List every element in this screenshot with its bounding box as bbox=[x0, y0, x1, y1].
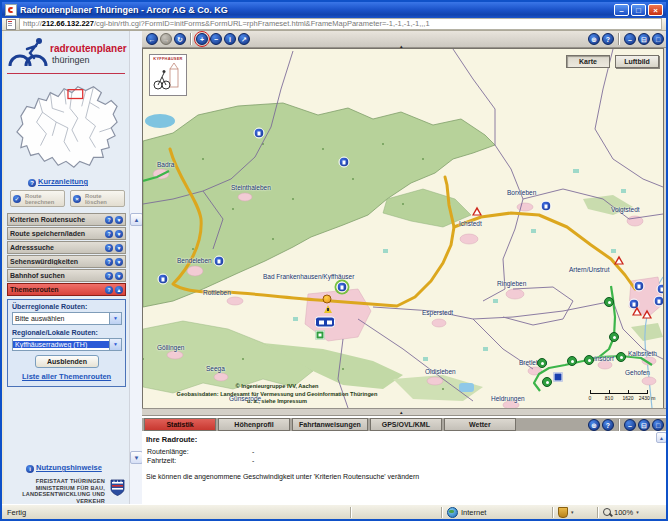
map-terrain bbox=[143, 49, 663, 408]
green-marker[interactable] bbox=[542, 377, 552, 387]
zoom-tool-icon[interactable]: + bbox=[196, 33, 208, 45]
ausblenden-button[interactable]: Ausblenden bbox=[35, 355, 99, 368]
title-bar[interactable]: Radroutenplaner Thüringen - Arcor AG & C… bbox=[2, 2, 666, 18]
minimize-window-button[interactable]: – bbox=[614, 4, 629, 16]
thuringia-overview-map[interactable] bbox=[13, 78, 121, 173]
parking-marker[interactable] bbox=[315, 317, 335, 328]
map-canvas[interactable]: BadraSteinthalebenIchstedtBorxlebenVoigt… bbox=[142, 48, 664, 409]
route-berechnen-button[interactable]: ✓ Routeberechnen bbox=[10, 190, 65, 207]
overview-icon[interactable]: ⊕ bbox=[588, 33, 600, 45]
maximize-frame-icon[interactable]: □ bbox=[652, 33, 664, 45]
poi-ring-marker[interactable] bbox=[337, 282, 348, 293]
tab-statistik[interactable]: Statistik bbox=[144, 418, 216, 431]
karte-button[interactable]: Karte bbox=[566, 55, 610, 68]
section-label: Themenrouten bbox=[10, 286, 103, 293]
warn-marker[interactable] bbox=[632, 307, 642, 316]
print-frame-icon[interactable]: ⊟ bbox=[638, 33, 650, 45]
tab-höhenprofil[interactable]: Höhenprofil bbox=[218, 418, 290, 431]
place-label-bad-frankenhausen-kyffhäuser: Bad Frankenhausen/Kyffhäuser bbox=[263, 273, 354, 280]
help-icon[interactable]: ? bbox=[105, 286, 113, 294]
print-frame-icon[interactable]: ⊟ bbox=[638, 419, 650, 431]
help-icon[interactable]: ? bbox=[602, 419, 614, 431]
poi-marker[interactable] bbox=[541, 201, 552, 212]
place-label-gehofen: Gehofen bbox=[625, 369, 650, 376]
help-icon[interactable]: ? bbox=[105, 258, 113, 266]
pan-tool-icon[interactable]: ↗ bbox=[238, 33, 250, 45]
tab-gps-ovl-kml[interactable]: GPS/OVL/KML bbox=[370, 418, 442, 431]
sidebar-section-kriterien-routensuche[interactable]: Kriterien Routensuche?▼ bbox=[7, 213, 126, 226]
warn-marker[interactable] bbox=[642, 310, 652, 319]
address-input[interactable]: http://212.66.132.227/cgi-bin/rth.cgi?Fo… bbox=[19, 18, 662, 30]
help-icon[interactable]: ? bbox=[105, 216, 113, 224]
sidebar-section-route-speichern-laden[interactable]: Route speichern/laden?▼ bbox=[7, 227, 126, 240]
help-icon[interactable]: ? bbox=[105, 230, 113, 238]
place-label-heldrungen: Heldrungen bbox=[491, 395, 525, 402]
map-scalebar: 081016202430 m bbox=[590, 389, 648, 402]
sidebar-section-sehenswürdigkeiten[interactable]: Sehenswürdigkeiten?▼ bbox=[7, 255, 126, 268]
chevron-down-icon[interactable]: ▼ bbox=[109, 313, 121, 324]
green-marker[interactable] bbox=[609, 332, 619, 342]
poi-marker[interactable] bbox=[158, 274, 169, 285]
maximize-frame-icon[interactable]: □ bbox=[652, 419, 664, 431]
square-green-marker[interactable] bbox=[316, 331, 325, 340]
poi-marker[interactable] bbox=[634, 281, 645, 292]
close-window-button[interactable]: × bbox=[648, 4, 663, 16]
green-marker[interactable] bbox=[604, 297, 614, 307]
warn-small-marker[interactable] bbox=[324, 305, 332, 313]
refresh-icon[interactable]: ↻ bbox=[174, 33, 186, 45]
zoom-pane[interactable]: 100%▾ bbox=[598, 507, 666, 518]
ministry-line: Landesentwicklung und Verkehr bbox=[7, 491, 105, 504]
minimize-frame-icon[interactable]: – bbox=[624, 33, 636, 45]
minimize-frame-icon[interactable]: – bbox=[624, 419, 636, 431]
chevron-down-icon[interactable]: ▼ bbox=[109, 339, 121, 350]
panel-scroll-up-icon[interactable]: ▲ bbox=[656, 432, 667, 443]
warn-marker[interactable] bbox=[472, 207, 482, 216]
green-marker[interactable] bbox=[537, 358, 547, 368]
frame-handle-icon[interactable]: ▴ bbox=[400, 409, 403, 415]
route-loeschen-button[interactable]: × Routelöschen bbox=[70, 190, 125, 207]
nutzungshinweise-link[interactable]: iNutzungshinweise bbox=[26, 463, 102, 473]
back-icon[interactable]: ← bbox=[146, 33, 158, 45]
regionale-select[interactable]: Kyffhäuserradweg (TH) ▼ bbox=[12, 338, 122, 351]
sidebar-section-adresssuche[interactable]: Adresssuche?▼ bbox=[7, 241, 126, 254]
warn-marker[interactable] bbox=[614, 256, 624, 265]
expand-icon[interactable]: ▼ bbox=[115, 230, 123, 238]
overview-icon[interactable]: ⊕ bbox=[588, 419, 600, 431]
expand-icon[interactable]: ▼ bbox=[115, 216, 123, 224]
help-icon[interactable]: ? bbox=[105, 272, 113, 280]
expand-icon[interactable]: ▼ bbox=[115, 258, 123, 266]
info-tool-icon[interactable]: i bbox=[224, 33, 236, 45]
place-label-ichstedt: Ichstedt bbox=[459, 220, 482, 227]
luftbild-button[interactable]: Luftbild bbox=[615, 55, 659, 68]
poi-marker[interactable] bbox=[657, 284, 665, 295]
green-marker[interactable] bbox=[567, 356, 577, 366]
sidebar-section-bahnhof-suchen[interactable]: Bahnhof suchen?▼ bbox=[7, 269, 126, 282]
green-marker[interactable] bbox=[584, 355, 594, 365]
square-blue-marker[interactable] bbox=[554, 373, 563, 382]
start-marker[interactable] bbox=[323, 295, 332, 304]
poi-marker[interactable] bbox=[254, 128, 265, 139]
map-copyright: © Ingenieurgruppe IVV, AachenGeobasisdat… bbox=[147, 383, 407, 406]
expand-icon[interactable]: ▼ bbox=[115, 272, 123, 280]
maximize-window-button[interactable]: □ bbox=[631, 4, 646, 16]
liste-themenrouten-link[interactable]: Liste aller Themenrouten bbox=[22, 372, 111, 381]
kurzanleitung-link[interactable]: ?Kurzanleitung bbox=[28, 177, 88, 187]
tab-wetter[interactable]: Wetter bbox=[444, 418, 516, 431]
green-marker[interactable] bbox=[616, 352, 626, 362]
poi-marker[interactable] bbox=[654, 296, 665, 307]
frame-divider[interactable] bbox=[142, 408, 668, 416]
protection-pane[interactable]: ▾ bbox=[553, 507, 598, 518]
toolbar-separator bbox=[190, 33, 192, 45]
browser-favicon-icon bbox=[5, 4, 17, 16]
poi-marker[interactable] bbox=[214, 256, 225, 267]
sidebar-scrollbar[interactable]: ▲ ▼ bbox=[129, 31, 142, 506]
help-icon[interactable]: ? bbox=[602, 33, 614, 45]
tab-fahrtanweisungen[interactable]: Fahrtanweisungen bbox=[292, 418, 368, 431]
collapse-icon[interactable]: ▲ bbox=[115, 286, 123, 294]
poi-marker[interactable] bbox=[339, 157, 350, 168]
expand-icon[interactable]: ▼ bbox=[115, 244, 123, 252]
zoom-out-tool-icon[interactable]: − bbox=[210, 33, 222, 45]
sidebar-section-themenrouten[interactable]: Themenrouten?▲ bbox=[7, 283, 126, 296]
help-icon[interactable]: ? bbox=[105, 244, 113, 252]
ueberregionale-select[interactable]: Bitte auswählen ▼ bbox=[12, 312, 122, 325]
